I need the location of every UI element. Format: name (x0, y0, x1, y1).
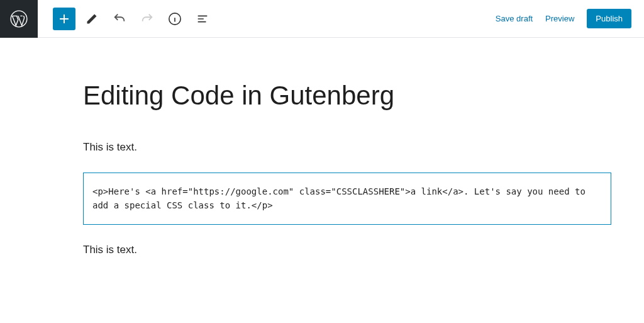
paragraph-block[interactable]: This is text. (83, 137, 611, 157)
code-block-selected[interactable]: <p>Here's <a href="https://google.com" c… (83, 173, 611, 225)
editor-canvas: Editing Code in Gutenberg This is text. … (83, 38, 611, 260)
add-block-button[interactable] (53, 8, 75, 30)
info-icon[interactable] (164, 8, 186, 30)
wordpress-logo[interactable] (0, 0, 38, 38)
paragraph-block[interactable]: This is text. (83, 240, 611, 260)
publish-button[interactable]: Publish (587, 9, 631, 28)
toolbar-right: Save draft Preview Publish (496, 9, 644, 28)
undo-icon[interactable] (108, 8, 131, 30)
toolbar-left (38, 8, 214, 30)
post-title[interactable]: Editing Code in Gutenberg (83, 81, 611, 111)
outline-icon[interactable] (191, 8, 214, 30)
save-draft-button[interactable]: Save draft (496, 14, 533, 23)
editor-topbar: Save draft Preview Publish (0, 0, 644, 38)
preview-button[interactable]: Preview (545, 14, 574, 23)
redo-icon (136, 8, 158, 30)
edit-icon[interactable] (80, 8, 103, 30)
